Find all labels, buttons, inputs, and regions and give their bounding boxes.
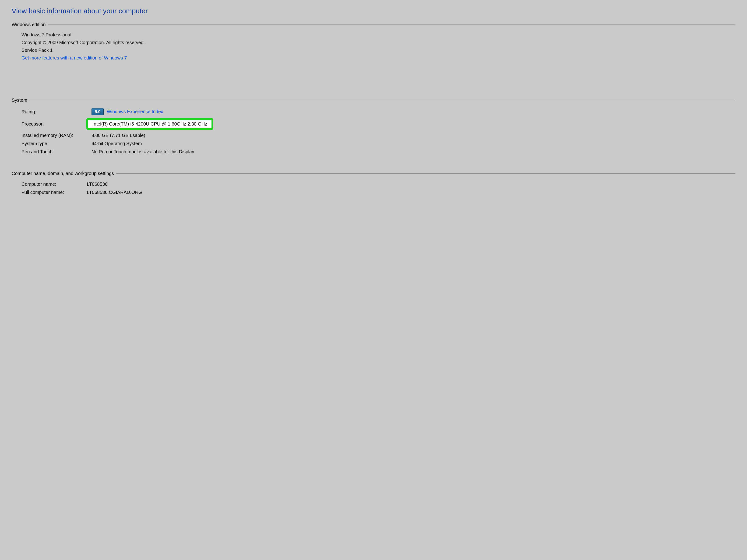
processor-label: Processor: bbox=[22, 118, 92, 130]
edition-name: Windows 7 Professional bbox=[22, 32, 735, 37]
computer-name-label: Computer name: bbox=[22, 182, 87, 187]
pen-touch-value: No Pen or Touch Input is available for t… bbox=[92, 149, 213, 155]
more-features-link[interactable]: Get more features with a new edition of … bbox=[22, 55, 127, 60]
computer-name-legend: Computer name, domain, and workgroup set… bbox=[12, 171, 116, 176]
computer-name-row: Computer name: LT068536 bbox=[22, 182, 142, 187]
full-computer-name-value: LT068536.CGIARAD.ORG bbox=[87, 190, 142, 195]
computer-name-content: Computer name: LT068536 Full computer na… bbox=[12, 177, 735, 198]
windows-edition-group: Windows edition Windows 7 Professional C… bbox=[12, 22, 735, 91]
windows-edition-legend: Windows edition bbox=[12, 22, 48, 27]
experience-index-link[interactable]: Windows Experience Index bbox=[107, 109, 163, 114]
system-properties-page: View basic information about your comput… bbox=[0, 0, 747, 209]
ram-value: 8.00 GB (7.71 GB usable) bbox=[92, 133, 213, 138]
system-content: Rating: 5.0 Windows Experience Index Pro… bbox=[12, 103, 735, 157]
copyright-text: Copyright © 2009 Microsoft Corporation. … bbox=[22, 40, 735, 45]
system-legend: System bbox=[12, 98, 30, 103]
full-computer-name-row: Full computer name: LT068536.CGIARAD.ORG bbox=[22, 190, 142, 195]
pen-touch-row: Pen and Touch: No Pen or Touch Input is … bbox=[22, 149, 213, 155]
ram-label: Installed memory (RAM): bbox=[22, 133, 92, 138]
rating-badge: 5.0 bbox=[92, 108, 104, 115]
computer-name-value: LT068536 bbox=[87, 182, 142, 187]
windows-edition-content: Windows 7 Professional Copyright © 2009 … bbox=[12, 28, 735, 61]
rating-label: Rating: bbox=[22, 108, 92, 115]
system-type-value: 64-bit Operating System bbox=[92, 141, 213, 146]
pen-touch-label: Pen and Touch: bbox=[22, 149, 92, 155]
processor-row: Processor: Intel(R) Core(TM) i5-4200U CP… bbox=[22, 118, 213, 130]
processor-highlight: Intel(R) Core(TM) i5-4200U CPU @ 1.60GHz… bbox=[86, 118, 213, 130]
system-type-row: System type: 64-bit Operating System bbox=[22, 141, 213, 146]
service-pack-text: Service Pack 1 bbox=[22, 48, 735, 53]
ram-row: Installed memory (RAM): 8.00 GB (7.71 GB… bbox=[22, 133, 213, 138]
page-title: View basic information about your comput… bbox=[12, 7, 735, 15]
computer-name-group: Computer name, domain, and workgroup set… bbox=[12, 171, 735, 198]
processor-value: Intel(R) Core(TM) i5-4200U CPU @ 1.60GHz… bbox=[93, 121, 207, 127]
full-computer-name-label: Full computer name: bbox=[22, 190, 87, 195]
system-type-label: System type: bbox=[22, 141, 92, 146]
system-group: System Rating: 5.0 Windows Experience In… bbox=[12, 98, 735, 157]
rating-row: Rating: 5.0 Windows Experience Index bbox=[22, 108, 213, 115]
